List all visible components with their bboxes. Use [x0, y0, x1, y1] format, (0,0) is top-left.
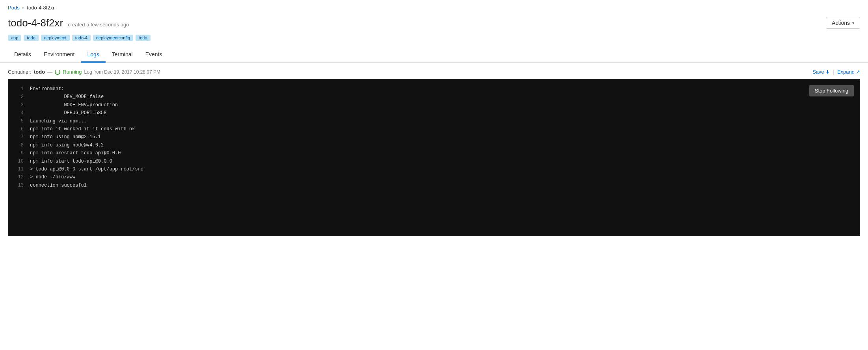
log-status: Running — [63, 69, 82, 75]
page-title-row: todo-4-8f2xr created a few seconds ago — [8, 17, 151, 29]
refresh-icon — [55, 69, 60, 75]
log-line: 9npm info prestart todo-api@0.0.0 — [14, 149, 854, 157]
line-number: 3 — [14, 101, 30, 109]
expand-label: Expand — [837, 69, 855, 75]
line-number: 1 — [14, 85, 30, 93]
line-content: npm info prestart todo-api@0.0.0 — [30, 149, 121, 157]
log-line: 8npm info using node@v4.6.2 — [14, 141, 854, 149]
nav-tabs: DetailsEnvironmentLogsTerminalEvents — [0, 47, 868, 63]
log-line: 5Launching via npm... — [14, 117, 854, 125]
line-content: npm info using node@v4.6.2 — [30, 141, 104, 149]
line-content: > todo-api@0.0.0 start /opt/app-root/src — [30, 165, 143, 173]
log-line: 11> todo-api@0.0.0 start /opt/app-root/s… — [14, 165, 854, 173]
tag[interactable]: app — [8, 35, 21, 41]
tab-events[interactable]: Events — [139, 47, 169, 63]
save-label: Save — [812, 69, 824, 75]
line-content: DEBUG_PORT=5858 — [30, 109, 106, 117]
line-number: 11 — [14, 165, 30, 173]
log-actions: Save ⬇ | Expand ↗ — [812, 69, 860, 75]
tab-terminal[interactable]: Terminal — [106, 47, 139, 63]
line-content: Launching via npm... — [30, 117, 87, 125]
line-content: npm info start todo-api@0.0.0 — [30, 157, 112, 165]
log-line: 1Environment: — [14, 85, 854, 93]
tag[interactable]: todo — [24, 35, 38, 41]
page-title-block: todo-4-8f2xr created a few seconds ago a… — [8, 17, 151, 41]
line-number: 12 — [14, 173, 30, 181]
log-line: 10npm info start todo-api@0.0.0 — [14, 157, 854, 165]
actions-button[interactable]: Actions ▾ — [826, 17, 860, 29]
log-line: 7npm info using npm@2.15.1 — [14, 133, 854, 141]
line-content: DEV_MODE=false — [30, 93, 104, 101]
line-number: 6 — [14, 125, 30, 133]
log-line: 2 DEV_MODE=false — [14, 93, 854, 101]
line-number: 7 — [14, 133, 30, 141]
breadcrumb: Pods » todo-4-8f2xr — [0, 0, 868, 14]
external-link-icon: ↗ — [856, 69, 860, 75]
breadcrumb-current: todo-4-8f2xr — [27, 5, 54, 11]
line-number: 9 — [14, 149, 30, 157]
stop-following-button[interactable]: Stop Following — [809, 85, 854, 96]
expand-link[interactable]: Expand ↗ — [837, 69, 860, 75]
line-content: Environment: — [30, 85, 64, 93]
log-dash: — — [47, 69, 52, 75]
line-content: npm info it worked if it ends with ok — [30, 125, 135, 133]
container-name: todo — [34, 69, 45, 75]
tag[interactable]: todo-4 — [72, 35, 91, 41]
tab-environment[interactable]: Environment — [37, 47, 81, 63]
line-content: connection succesful — [30, 181, 87, 189]
page-title: todo-4-8f2xr — [8, 17, 63, 29]
log-line: 6npm info it worked if it ends with ok — [14, 125, 854, 133]
line-content: NODE_ENV=production — [30, 101, 118, 109]
save-link[interactable]: Save ⬇ — [812, 69, 830, 75]
tag[interactable]: deploymentconfig — [93, 35, 133, 41]
log-section: Container: todo — Running Log from Dec 1… — [0, 63, 868, 236]
tab-details[interactable]: Details — [8, 47, 37, 63]
tag[interactable]: todo — [136, 35, 150, 41]
tab-logs[interactable]: Logs — [81, 47, 105, 63]
line-content: npm info using npm@2.15.1 — [30, 133, 101, 141]
page-header: todo-4-8f2xr created a few seconds ago a… — [0, 14, 868, 41]
line-number: 8 — [14, 141, 30, 149]
line-number: 5 — [14, 117, 30, 125]
container-label: Container: — [8, 69, 32, 75]
log-header: Container: todo — Running Log from Dec 1… — [8, 69, 860, 75]
page-subtitle: created a few seconds ago — [68, 22, 129, 28]
breadcrumb-parent[interactable]: Pods — [8, 5, 20, 11]
log-info: Container: todo — Running Log from Dec 1… — [8, 69, 160, 75]
chevron-down-icon: ▾ — [852, 21, 854, 25]
line-content: > node ./bin/www — [30, 173, 75, 181]
log-line: 3 NODE_ENV=production — [14, 101, 854, 109]
tags-container: apptododeploymenttodo-4deploymentconfigt… — [8, 35, 151, 41]
log-timestamp: Log from Dec 19, 2017 10:28:07 PM — [84, 69, 160, 75]
log-line: 4 DEBUG_PORT=5858 — [14, 109, 854, 117]
line-number: 4 — [14, 109, 30, 117]
tag[interactable]: deployment — [41, 35, 70, 41]
actions-label: Actions — [832, 20, 850, 26]
line-number: 2 — [14, 93, 30, 101]
log-lines: 1Environment:2 DEV_MODE=false3 NODE_ENV=… — [8, 85, 860, 189]
log-divider: | — [833, 69, 834, 75]
line-number: 10 — [14, 157, 30, 165]
line-number: 13 — [14, 181, 30, 189]
log-line: 13connection succesful — [14, 181, 854, 189]
download-icon: ⬇ — [825, 69, 830, 75]
log-line: 12> node ./bin/www — [14, 173, 854, 181]
breadcrumb-separator: » — [22, 5, 25, 11]
log-terminal: Stop Following 1Environment:2 DEV_MODE=f… — [8, 79, 860, 236]
